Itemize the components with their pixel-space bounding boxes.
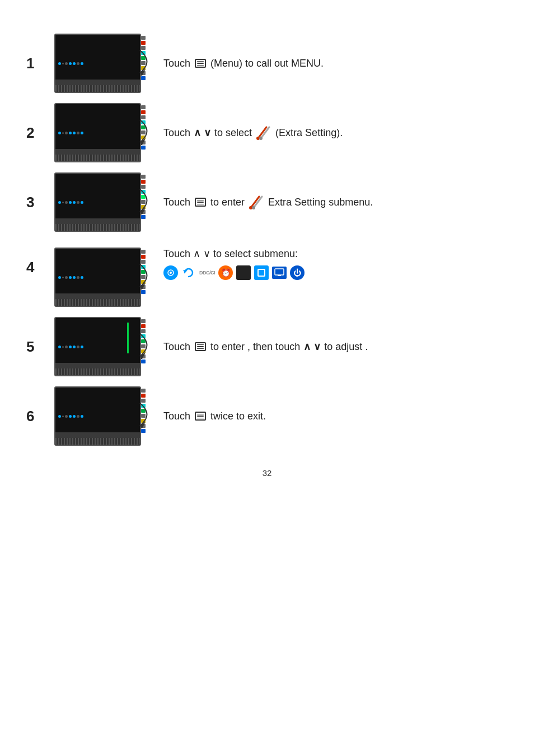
icon-circle — [163, 265, 178, 280]
instruction-2: Touch ∧ ∨ to select (Extra Setting). — [163, 124, 508, 141]
arrow-5 — [137, 331, 162, 359]
svg-rect-15 — [258, 269, 265, 276]
arrow-2 — [137, 117, 162, 145]
inst-2-chevrons: ∧ ∨ — [194, 127, 211, 139]
monitor-3 — [54, 172, 152, 232]
step-number-4: 4 — [26, 242, 43, 276]
menu-icon-1 — [195, 59, 206, 68]
icon-power: ⏻ — [290, 265, 305, 280]
inst-3-enter: to enter — [210, 197, 245, 208]
arrow-1 — [137, 48, 162, 76]
menu-icon-6 — [195, 412, 206, 421]
step-row-5: 5 — [26, 317, 508, 376]
step-row-2: 2 — [26, 103, 508, 162]
monitor-5 — [54, 317, 152, 376]
instruction-3: Touch to enter Extra Setting submenu. — [163, 194, 508, 211]
instruction-5: Touch to enter , then touch ∧ ∨ to adjus… — [163, 340, 508, 353]
inst-6-touch: Touch — [163, 410, 190, 422]
icon-monitor — [272, 267, 287, 279]
step-row-3: 3 — [26, 172, 508, 232]
step-number-1: 1 — [26, 55, 43, 72]
svg-point-13 — [170, 272, 172, 274]
arrow-6 — [137, 400, 162, 428]
inst-2-extra: (Extra Setting). — [275, 127, 343, 139]
inst-4-text: Touch ∧ ∨ to select submenu: — [163, 248, 298, 260]
icon-dark-square — [236, 265, 251, 280]
inst-1-text: (Menu) to call out MENU. — [210, 58, 324, 69]
inst-2-touch: Touch — [163, 127, 190, 139]
icon-blue-square — [254, 265, 269, 280]
step-number-6: 6 — [26, 408, 43, 425]
inst-3-touch: Touch — [163, 197, 190, 208]
tool-icon-3 — [248, 194, 265, 211]
page-number: 32 — [263, 468, 272, 478]
instruction-4: Touch ∧ ∨ to select submenu: DDC/CI ⏰ — [163, 242, 305, 280]
monitor-4 — [54, 248, 152, 307]
step-number-3: 3 — [26, 194, 43, 211]
tool-icon-2 — [255, 124, 272, 141]
monitor-2 — [54, 103, 152, 162]
icon-clock: ⏰ — [218, 265, 233, 280]
svg-rect-16 — [275, 269, 284, 275]
inst-3-submenu: Extra Setting submenu. — [268, 197, 373, 208]
step-row-6: 6 — [26, 386, 508, 446]
inst-2-select: to select — [214, 127, 252, 139]
instruction-6: Touch twice to exit. — [163, 410, 508, 422]
steps-container: 1 — [26, 34, 508, 446]
arrow-4 — [137, 262, 162, 290]
step-number-2: 2 — [26, 124, 43, 142]
menu-icon-3 — [195, 198, 206, 207]
monitor-1 — [54, 34, 152, 93]
svg-point-10 — [252, 206, 255, 209]
step-row-4: 4 — [26, 242, 508, 307]
inst-5-adjust: to adjust . — [324, 341, 368, 353]
monitor-6 — [54, 386, 152, 446]
step-row-1: 1 — [26, 34, 508, 93]
instruction-1: Touch (Menu) to call out MENU. — [163, 58, 508, 69]
menu-icon-5 — [195, 342, 206, 351]
inst-5-touch: Touch — [163, 341, 190, 353]
svg-point-5 — [259, 137, 263, 140]
svg-rect-17 — [278, 275, 281, 276]
arrow-3 — [137, 186, 162, 214]
ddc-ci-label: DDC/CI — [199, 270, 215, 276]
submenu-icons: DDC/CI ⏰ ⏻ — [163, 265, 305, 280]
inst-5-text: to enter , then touch — [210, 341, 300, 353]
step-number-5: 5 — [26, 338, 43, 356]
inst-1-touch: Touch — [163, 58, 190, 69]
icon-refresh — [181, 265, 196, 280]
inst-6-text: twice to exit. — [210, 410, 266, 422]
inst-5-chevrons: ∧ ∨ — [303, 340, 321, 353]
